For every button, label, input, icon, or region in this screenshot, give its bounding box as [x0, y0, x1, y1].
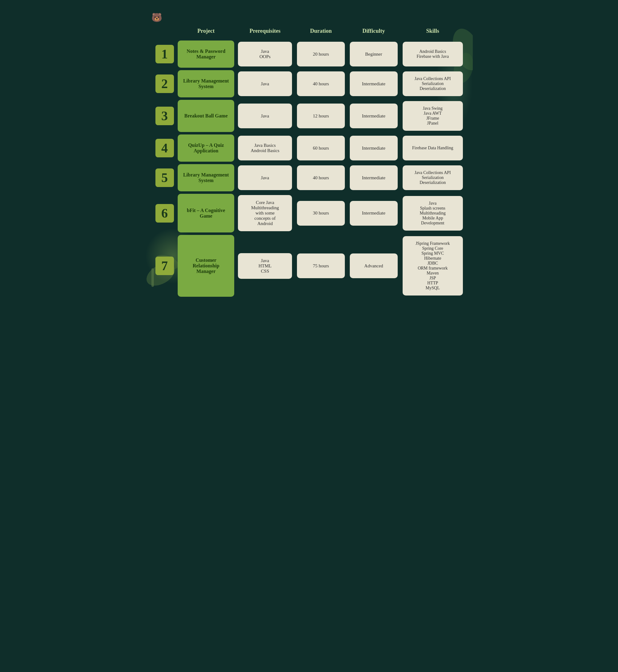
prerequisites-value: Java: [238, 104, 292, 128]
difficulty-cell: Intermediate: [348, 70, 399, 97]
project-name: Notes & Password Manager: [179, 42, 233, 67]
skills-value: Firebase Data Handling: [403, 136, 463, 161]
difficulty-cell: Intermediate: [348, 134, 399, 162]
number-cell: 3: [154, 100, 175, 132]
project-cell: QuizUp – A Quiz Application: [178, 134, 234, 162]
row-number: 7: [156, 257, 174, 275]
header-difficulty: Difficulty: [348, 24, 399, 38]
number-cell: 1: [154, 40, 175, 68]
row-number: 5: [156, 169, 174, 187]
number-cell: 5: [154, 164, 175, 191]
prerequisites-cell: Core JavaMultithreadingwith someconcepts…: [237, 194, 293, 232]
table-row: 1Notes & Password ManagerJavaOOPs20 hour…: [154, 40, 464, 68]
project-name: Breakout Ball Game: [179, 104, 233, 128]
skills-value: Java Collections APISerializationDeseria…: [403, 165, 463, 190]
row-number: 4: [156, 139, 174, 157]
table-row: 4QuizUp – A Quiz ApplicationJava BasicsA…: [154, 134, 464, 162]
number-cell: 2: [154, 70, 175, 97]
prerequisites-value: Java: [238, 165, 292, 190]
project-cell: bFit – A Cognitive Game: [178, 194, 234, 232]
project-name: Library Management System: [179, 71, 233, 96]
header-number: [154, 24, 175, 38]
difficulty-value: Intermediate: [350, 104, 398, 128]
skills-value: JavaSplash screensMultithreadingMobile A…: [403, 196, 463, 230]
row-number: 3: [156, 107, 174, 125]
number-cell: 4: [154, 134, 175, 162]
duration-value: 40 hours: [297, 165, 345, 190]
duration-cell: 20 hours: [296, 40, 346, 68]
header-project: Project: [178, 24, 234, 38]
curriculum-table: Project Prerequisites Duration Difficult…: [151, 22, 467, 299]
skills-cell: Firebase Data Handling: [401, 134, 464, 162]
project-cell: Customer Relationship Manager: [178, 235, 234, 297]
prerequisites-value: Java BasicsAndroid Basics: [238, 136, 292, 161]
duration-value: 30 hours: [297, 201, 345, 226]
skills-value: JSpring FrameworkSpring CoreSpring MVCHi…: [403, 236, 463, 295]
header-duration: Duration: [296, 24, 346, 38]
logo: 🐻: [151, 12, 162, 22]
difficulty-value: Advanced: [350, 254, 398, 278]
prerequisites-cell: Java: [237, 70, 293, 97]
skills-cell: Java Collections APISerializationDeseria…: [401, 164, 464, 191]
table-row: 3Breakout Ball GameJava12 hoursIntermedi…: [154, 100, 464, 132]
prerequisites-cell: JavaOOPs: [237, 40, 293, 68]
skills-cell: Android BasicsFirebase with Java: [401, 40, 464, 68]
project-name: Library Management System: [179, 165, 233, 190]
difficulty-value: Intermediate: [350, 201, 398, 226]
duration-cell: 40 hours: [296, 164, 346, 191]
prerequisites-value: JavaHTMLCSS: [238, 253, 292, 279]
skills-cell: JavaSplash screensMultithreadingMobile A…: [401, 194, 464, 232]
table-row: 2Library Management SystemJava40 hoursIn…: [154, 70, 464, 97]
table-wrapper: Project Prerequisites Duration Difficult…: [151, 22, 467, 299]
prerequisites-value: JavaOOPs: [238, 42, 292, 67]
prerequisites-cell: Java: [237, 100, 293, 132]
project-cell: Breakout Ball Game: [178, 100, 234, 132]
number-cell: 7: [154, 235, 175, 297]
duration-value: 60 hours: [297, 136, 345, 161]
skills-cell: Java Collections APISerializationDeseria…: [401, 70, 464, 97]
difficulty-cell: Advanced: [348, 235, 399, 297]
table-row: 7Customer Relationship ManagerJavaHTMLCS…: [154, 235, 464, 297]
difficulty-cell: Beginner: [348, 40, 399, 68]
project-cell: Library Management System: [178, 70, 234, 97]
project-name: bFit – A Cognitive Game: [179, 201, 233, 226]
difficulty-value: Beginner: [350, 42, 398, 67]
row-number: 2: [156, 75, 174, 93]
main-container: 🐻 Project Prerequisites Duration Difficu…: [145, 6, 473, 308]
project-cell: Notes & Password Manager: [178, 40, 234, 68]
skills-cell: Java SwingJava AWTJFrameJPanel: [401, 100, 464, 132]
duration-value: 40 hours: [297, 71, 345, 96]
project-cell: Library Management System: [178, 164, 234, 191]
row-number: 6: [156, 204, 174, 222]
project-name: QuizUp – A Quiz Application: [179, 136, 233, 161]
prerequisites-cell: JavaHTMLCSS: [237, 235, 293, 297]
difficulty-value: Intermediate: [350, 136, 398, 161]
header-skills: Skills: [401, 24, 464, 38]
difficulty-cell: Intermediate: [348, 164, 399, 191]
difficulty-cell: Intermediate: [348, 100, 399, 132]
difficulty-value: Intermediate: [350, 165, 398, 190]
duration-cell: 12 hours: [296, 100, 346, 132]
duration-cell: 30 hours: [296, 194, 346, 232]
duration-cell: 60 hours: [296, 134, 346, 162]
duration-value: 20 hours: [297, 42, 345, 67]
prerequisites-cell: Java BasicsAndroid Basics: [237, 134, 293, 162]
prerequisites-value: Core JavaMultithreadingwith someconcepts…: [238, 195, 292, 231]
skills-cell: JSpring FrameworkSpring CoreSpring MVCHi…: [401, 235, 464, 297]
skills-value: Java Collections APISerializationDeseria…: [403, 71, 463, 96]
number-cell: 6: [154, 194, 175, 232]
difficulty-value: Intermediate: [350, 71, 398, 96]
header-row: Project Prerequisites Duration Difficult…: [154, 24, 464, 38]
skills-value: Android BasicsFirebase with Java: [403, 42, 463, 67]
prerequisites-cell: Java: [237, 164, 293, 191]
prerequisites-value: Java: [238, 71, 292, 96]
header-prerequisites: Prerequisites: [237, 24, 293, 38]
skills-value: Java SwingJava AWTJFrameJPanel: [403, 101, 463, 131]
duration-cell: 40 hours: [296, 70, 346, 97]
duration-value: 75 hours: [297, 254, 345, 278]
difficulty-cell: Intermediate: [348, 194, 399, 232]
project-name: Customer Relationship Manager: [179, 251, 233, 280]
row-number: 1: [156, 45, 174, 63]
duration-cell: 75 hours: [296, 235, 346, 297]
table-row: 6bFit – A Cognitive GameCore JavaMultith…: [154, 194, 464, 232]
